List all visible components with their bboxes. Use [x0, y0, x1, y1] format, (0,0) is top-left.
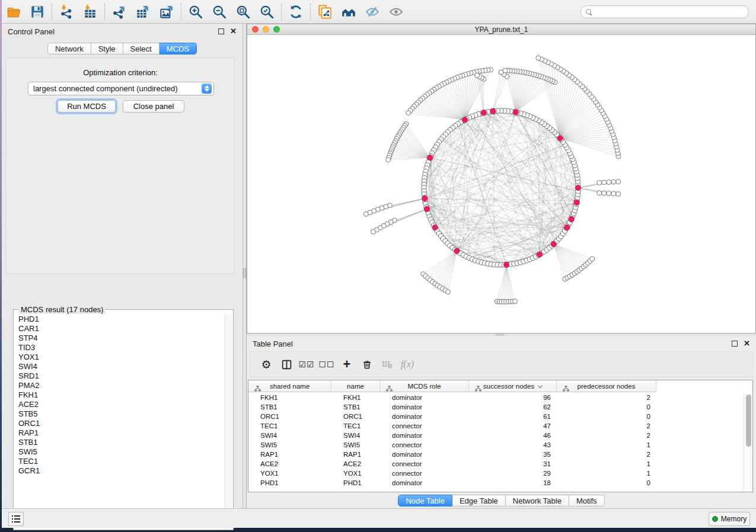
mcds-result-item[interactable]: ORC1: [14, 419, 225, 428]
column-header-MCDS-role[interactable]: MCDS role: [380, 380, 469, 392]
mcds-node[interactable]: [513, 110, 518, 115]
table-cell[interactable]: PHD1: [331, 478, 380, 488]
mcds-node[interactable]: [454, 248, 460, 254]
table-cell[interactable]: 46: [469, 431, 557, 440]
tab-select[interactable]: Select: [123, 43, 160, 55]
table-cell[interactable]: TEC1: [331, 421, 380, 431]
table-row[interactable]: RAP1RAP1dominator352: [248, 450, 744, 459]
table-cell[interactable]: 2: [557, 450, 656, 459]
mcds-list-scrollbar[interactable]: [225, 315, 232, 529]
split-panel-icon[interactable]: [276, 355, 296, 374]
delete-table-icon[interactable]: [377, 355, 397, 374]
mcds-result-item[interactable]: TID3: [14, 343, 225, 352]
function-builder-icon[interactable]: f(x): [397, 355, 417, 374]
leaf-node[interactable]: [611, 191, 616, 196]
table-cell[interactable]: 2: [557, 393, 656, 402]
mcds-result-item[interactable]: SWI4: [14, 362, 225, 371]
tab-edge-table[interactable]: Edge Table: [452, 495, 506, 507]
table-cell[interactable]: 62: [469, 402, 557, 412]
refresh-view-icon[interactable]: [284, 2, 308, 22]
unselect-all-icon[interactable]: ☐☐: [317, 355, 337, 374]
leaf-node[interactable]: [475, 73, 480, 78]
table-cell[interactable]: STB1: [248, 402, 331, 412]
mcds-node[interactable]: [564, 225, 570, 230]
table-cell[interactable]: RAP1: [331, 450, 380, 459]
mcds-node[interactable]: [557, 136, 563, 141]
table-cell[interactable]: ACE2: [331, 459, 380, 469]
mcds-result-item[interactable]: YOX1: [14, 352, 225, 362]
float-panel-icon[interactable]: [732, 341, 738, 347]
table-cell[interactable]: connector: [380, 440, 469, 450]
export-table-icon[interactable]: [131, 2, 155, 22]
table-cell[interactable]: TEC1: [248, 421, 331, 431]
zoom-in-icon[interactable]: [184, 2, 208, 22]
table-cell[interactable]: SWI4: [248, 431, 331, 440]
close-panel-icon[interactable]: ✕: [744, 341, 750, 347]
leaf-node[interactable]: [446, 290, 451, 294]
table-cell[interactable]: dominator: [380, 431, 469, 440]
mcds-result-item[interactable]: CAR1: [14, 324, 225, 334]
zoom-out-icon[interactable]: [208, 2, 231, 22]
leaf-node[interactable]: [616, 191, 621, 196]
column-header-shared-name[interactable]: shared name: [248, 380, 331, 392]
table-cell[interactable]: STB1: [331, 402, 380, 412]
mcds-result-item[interactable]: PHD1: [14, 315, 225, 324]
mcds-result-item[interactable]: FKH1: [14, 390, 225, 400]
table-cell[interactable]: FKH1: [248, 393, 331, 402]
mcds-node[interactable]: [462, 117, 467, 123]
search-box[interactable]: [580, 5, 749, 18]
tab-node-table[interactable]: Node Table: [398, 495, 452, 507]
leaf-node[interactable]: [371, 229, 375, 234]
leaf-node[interactable]: [597, 180, 602, 185]
mcds-node[interactable]: [481, 110, 486, 116]
import-table-icon[interactable]: [78, 2, 102, 22]
table-cell[interactable]: FKH1: [331, 393, 380, 402]
table-row[interactable]: ACE2ACE2connector311: [248, 459, 744, 469]
column-header-predecessor-nodes[interactable]: predecessor nodes: [557, 380, 656, 392]
task-history-button[interactable]: [8, 512, 24, 526]
table-cell[interactable]: RAP1: [248, 450, 331, 459]
table-scrollbar[interactable]: [744, 393, 752, 492]
mcds-node[interactable]: [422, 196, 428, 201]
leaf-node[interactable]: [597, 191, 602, 196]
first-neighbors-icon[interactable]: [337, 2, 361, 22]
memory-button[interactable]: Memory: [709, 512, 750, 526]
zoom-selected-icon[interactable]: [255, 2, 279, 22]
tab-network-table[interactable]: Network Table: [506, 495, 569, 507]
table-row[interactable]: FKH1FKH1dominator962: [248, 393, 744, 402]
vertical-splitter[interactable]: [243, 24, 247, 508]
search-input[interactable]: [592, 7, 748, 17]
leaf-node[interactable]: [607, 180, 611, 184]
table-cell[interactable]: connector: [380, 421, 469, 431]
table-cell[interactable]: dominator: [380, 402, 469, 412]
float-panel-icon[interactable]: [218, 28, 224, 34]
mcds-result-item[interactable]: RAP1: [14, 428, 225, 438]
mcds-node[interactable]: [575, 185, 580, 190]
table-cell[interactable]: YOX1: [248, 469, 331, 478]
show-all-icon[interactable]: [384, 2, 408, 22]
table-cell[interactable]: dominator: [380, 412, 469, 421]
add-column-icon[interactable]: +: [337, 355, 357, 374]
table-cell[interactable]: connector: [380, 459, 469, 469]
leaf-node[interactable]: [616, 180, 621, 184]
leaf-node[interactable]: [602, 191, 607, 196]
table-cell[interactable]: 1: [557, 469, 656, 478]
mcds-result-item[interactable]: PMA2: [14, 381, 225, 390]
table-cell[interactable]: dominator: [380, 478, 469, 488]
select-all-icon[interactable]: ☑☑: [296, 355, 317, 374]
table-cell[interactable]: SWI5: [248, 440, 331, 450]
save-session-icon[interactable]: [25, 2, 49, 22]
table-cell[interactable]: 1: [557, 459, 656, 469]
import-network-icon[interactable]: [55, 2, 78, 22]
table-cell[interactable]: ORC1: [248, 412, 331, 421]
tab-network[interactable]: Network: [47, 43, 91, 55]
table-cell[interactable]: 0: [557, 402, 656, 412]
delete-column-icon[interactable]: [357, 355, 377, 374]
table-row[interactable]: STB1STB1dominator620: [248, 402, 744, 412]
table-cell[interactable]: 0: [557, 412, 656, 421]
table-row[interactable]: ORC1ORC1dominator610: [248, 412, 744, 421]
table-cell[interactable]: 29: [469, 469, 557, 478]
leaf-node[interactable]: [513, 299, 518, 304]
mcds-node[interactable]: [503, 262, 509, 267]
mcds-node[interactable]: [569, 216, 574, 222]
